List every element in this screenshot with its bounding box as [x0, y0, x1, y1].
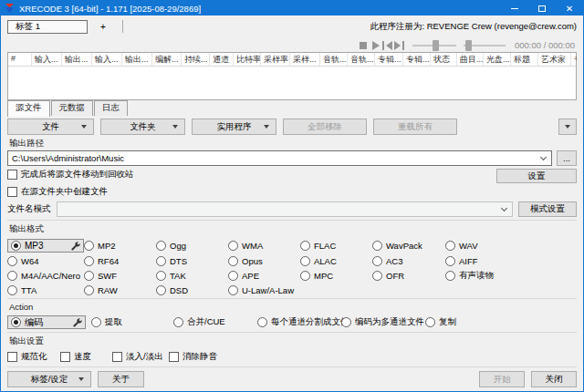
format-option-ulaw[interactable]: U-Law/A-Law — [228, 285, 300, 295]
close-button[interactable]: ✕ — [556, 1, 583, 15]
radio-icon[interactable] — [156, 256, 166, 266]
radio-icon[interactable] — [84, 241, 94, 251]
column-header[interactable]: 输出... — [62, 53, 92, 66]
remove-all-button[interactable]: 全部移除 — [283, 119, 367, 135]
column-header[interactable]: 标题 — [511, 53, 538, 66]
column-header[interactable]: 通道 — [210, 53, 234, 66]
checkbox-icon[interactable] — [7, 187, 17, 197]
radio-icon[interactable] — [156, 271, 166, 281]
tab-log[interactable]: 日志 — [94, 100, 128, 116]
column-header[interactable]: 编解... — [152, 53, 182, 66]
column-header[interactable]: 专辑 — [571, 53, 577, 66]
column-header[interactable]: 比特率 — [234, 53, 261, 66]
radio-icon[interactable] — [372, 241, 382, 251]
action-option-copy[interactable]: 复制 — [425, 316, 577, 328]
column-header[interactable]: 输入... — [92, 53, 122, 66]
format-option-rf64[interactable]: RF64 — [84, 256, 156, 266]
radio-icon[interactable] — [445, 271, 455, 281]
maximize-button[interactable] — [528, 1, 556, 15]
format-option-audiobook[interactable]: 有声读物 — [445, 270, 577, 282]
seek-slider[interactable] — [412, 40, 456, 51]
format-option-wavpack[interactable]: WavPack — [372, 241, 445, 251]
utility-menu-button[interactable]: 实用程序 — [192, 119, 276, 135]
format-option-wma[interactable]: WMA — [228, 241, 300, 251]
speed-option[interactable]: 速度 — [60, 351, 112, 363]
radio-icon[interactable] — [7, 256, 17, 266]
radio-icon[interactable] — [84, 285, 94, 295]
add-tab-button[interactable]: + — [88, 20, 119, 34]
close-window-button[interactable]: 关闭 — [531, 371, 577, 387]
volume-slider-thumb[interactable] — [465, 40, 472, 51]
wrench-icon[interactable] — [71, 242, 80, 251]
radio-checked-icon[interactable] — [11, 317, 21, 327]
titlebar[interactable]: XRECODE 3 [64-bit] - 1.171 [2025-08-29/2… — [1, 1, 583, 15]
radio-icon[interactable] — [341, 317, 351, 327]
next-track-button[interactable] — [393, 40, 405, 51]
radio-icon[interactable] — [300, 271, 310, 281]
column-header[interactable]: # — [8, 53, 32, 66]
radio-icon[interactable] — [300, 256, 310, 266]
format-option-tta[interactable]: TTA — [7, 285, 84, 295]
format-option-opus[interactable]: Opus — [228, 256, 300, 266]
format-option-swf[interactable]: SWF — [84, 271, 156, 281]
format-option-w64[interactable]: W64 — [7, 256, 84, 266]
format-option-alac[interactable]: ALAC — [300, 256, 372, 266]
fade-option[interactable]: 淡入/淡出 — [112, 351, 169, 363]
pattern-settings-button[interactable]: 模式设置 — [518, 201, 577, 217]
format-option-mp3[interactable]: MP3 — [7, 239, 84, 253]
tags-settings-button[interactable]: 标签/设定 — [7, 371, 91, 387]
radio-icon[interactable] — [372, 271, 382, 281]
format-option-raw[interactable]: RAW — [84, 285, 156, 295]
format-option-ogg[interactable]: Ogg — [156, 241, 228, 251]
output-settings-button[interactable]: 设置 — [496, 169, 577, 183]
tab-label-1[interactable]: 标签 1 — [7, 20, 88, 34]
radio-icon[interactable] — [372, 256, 382, 266]
more-options-button[interactable] — [558, 119, 577, 135]
radio-icon[interactable] — [84, 256, 94, 266]
format-option-mpc[interactable]: MPC — [300, 271, 372, 281]
format-option-ofr[interactable]: OFR — [372, 271, 445, 281]
action-option-multichannel[interactable]: 编码为多通道文件 — [341, 316, 425, 328]
action-option-split-channels[interactable]: 每个通道分割成文件 — [257, 316, 341, 328]
column-header[interactable]: 光盘... — [484, 53, 511, 66]
wrench-icon[interactable] — [73, 318, 82, 327]
radio-checked-icon[interactable] — [11, 241, 21, 251]
column-header[interactable]: 状态 — [431, 53, 457, 66]
move-to-recycle-option[interactable]: 完成后将源文件移动到回收站 — [7, 169, 134, 181]
radio-icon[interactable] — [7, 271, 17, 281]
format-option-ac3[interactable]: AC3 — [372, 256, 445, 266]
previous-track-button[interactable] — [381, 40, 393, 51]
seek-slider-thumb[interactable] — [433, 40, 439, 51]
remove-silence-option[interactable]: 消除静音 — [169, 351, 577, 363]
column-header[interactable]: 音轨... — [348, 53, 375, 66]
column-header[interactable]: 艺术家 — [538, 53, 571, 66]
format-option-m4a[interactable]: M4A/AAC/Nero — [7, 271, 84, 281]
browse-button[interactable]: ... — [557, 150, 577, 166]
action-option-extract[interactable]: 提取 — [91, 316, 173, 328]
stop-button[interactable] — [358, 40, 370, 51]
filename-pattern-combobox[interactable] — [57, 201, 514, 217]
radio-icon[interactable] — [91, 317, 101, 327]
radio-icon[interactable] — [425, 317, 435, 327]
start-button[interactable]: 开始 — [479, 371, 525, 387]
create-in-source-option[interactable]: 在源文件夹中创建文件 — [7, 186, 577, 198]
column-header[interactable]: 输出... — [122, 53, 152, 66]
normalize-option[interactable]: 规范化 — [7, 351, 60, 363]
format-option-dts[interactable]: DTS — [156, 256, 228, 266]
play-button[interactable] — [370, 40, 381, 51]
radio-icon[interactable] — [7, 285, 17, 295]
format-option-ape[interactable]: APE — [228, 271, 300, 281]
format-option-dsd[interactable]: DSD — [156, 285, 228, 295]
column-header[interactable]: 音轨... — [320, 53, 348, 66]
format-option-tak[interactable]: TAK — [156, 271, 228, 281]
column-header[interactable]: 专辑... — [403, 53, 431, 66]
checkbox-icon[interactable] — [169, 352, 179, 362]
column-header[interactable]: 持续... — [182, 53, 210, 66]
radio-icon[interactable] — [445, 241, 455, 251]
radio-icon[interactable] — [228, 241, 238, 251]
format-option-aiff[interactable]: AIFF — [445, 256, 577, 266]
checkbox-icon[interactable] — [7, 352, 17, 362]
checkbox-icon[interactable] — [112, 352, 122, 362]
format-option-wav[interactable]: WAV — [445, 241, 577, 251]
column-header[interactable]: 专辑... — [375, 53, 403, 66]
